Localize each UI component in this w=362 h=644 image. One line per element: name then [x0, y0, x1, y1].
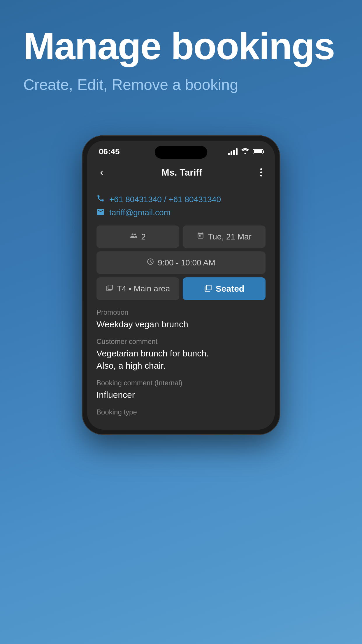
guests-cell[interactable]: 2	[96, 225, 179, 248]
hero-section: Manage bookings Create, Edit, Remove a b…	[0, 0, 362, 112]
calendar-icon	[197, 232, 204, 242]
phone-text[interactable]: +61 80431340 / +61 80431340	[109, 195, 221, 204]
bottom-row: T4 • Main area Seated	[96, 277, 266, 300]
email-icon	[96, 208, 105, 217]
seated-button[interactable]: Seated	[183, 277, 266, 300]
status-time: 06:45	[99, 147, 120, 156]
signal-icon	[228, 148, 238, 155]
phone-outer: 06:45	[82, 135, 280, 435]
phone-row: +61 80431340 / +61 80431340	[96, 194, 266, 204]
email-row: tariff@gmail.com	[96, 208, 266, 217]
date-cell[interactable]: Tue, 21 Mar	[183, 225, 266, 248]
table-icon	[106, 284, 113, 294]
phone-mockup: 06:45	[0, 135, 362, 435]
details-section: Promotion Weekday vegan brunch Customer …	[96, 308, 266, 416]
promotion-value: Weekday vegan brunch	[96, 318, 266, 330]
customer-comment-value: Vegetarian brunch for bunch.Also, a high…	[96, 347, 266, 372]
booking-type-label: Booking type	[96, 408, 266, 416]
wifi-icon	[241, 148, 249, 156]
page-title: Manage bookings	[23, 26, 339, 66]
content-area: +61 80431340 / +61 80431340 tariff@gmail…	[87, 187, 275, 430]
guests-count: 2	[141, 232, 146, 242]
nav-bar: ‹ Ms. Tariff	[87, 159, 275, 187]
table-text: T4 • Main area	[117, 284, 170, 293]
time-text: 9:00 - 10:00 AM	[158, 258, 215, 267]
seated-icon	[204, 284, 212, 293]
email-text[interactable]: tariff@gmail.com	[109, 208, 171, 217]
booking-comment-label: Booking comment (Internal)	[96, 379, 266, 387]
time-cell[interactable]: 9:00 - 10:00 AM	[96, 251, 266, 274]
dynamic-island	[155, 146, 207, 159]
date-text: Tue, 21 Mar	[208, 232, 252, 242]
guests-icon	[130, 232, 138, 242]
back-button[interactable]: ‹	[98, 164, 106, 181]
phone-icon	[96, 194, 105, 204]
status-bar: 06:45	[87, 141, 275, 159]
phone-screen: 06:45	[87, 141, 275, 430]
table-cell[interactable]: T4 • Main area	[96, 277, 179, 300]
booking-grid: 2 Tue, 21 Mar	[96, 225, 266, 248]
customer-comment-label: Customer comment	[96, 337, 266, 346]
status-icons	[228, 148, 263, 156]
nav-title: Ms. Tariff	[161, 167, 202, 178]
seated-text: Seated	[216, 284, 244, 294]
clock-icon	[147, 258, 154, 267]
promotion-label: Promotion	[96, 308, 266, 316]
battery-icon	[253, 149, 263, 154]
more-button[interactable]	[258, 166, 264, 179]
page-subtitle: Create, Edit, Remove a booking	[23, 75, 339, 95]
booking-comment-value: Influencer	[96, 389, 266, 401]
